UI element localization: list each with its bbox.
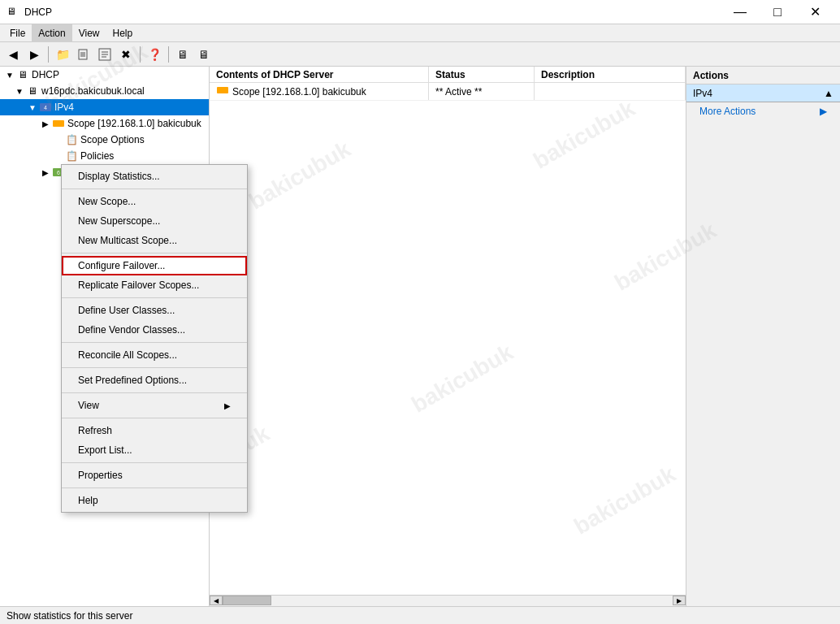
menu-file[interactable]: File (3, 24, 32, 42)
ctx-define-vendor[interactable]: Define Vendor Classes... (62, 320, 247, 340)
ctx-refresh-label: Refresh (78, 425, 112, 436)
ctx-export-list-label: Export List... (78, 444, 132, 456)
actions-ipv4-arrow: ▲ (824, 88, 834, 99)
content-row-scope[interactable]: Scope [192.168.1.0] bakicubuk ** Active … (210, 83, 686, 101)
ctx-new-multicast[interactable]: New Multicast Scope... (62, 231, 247, 250)
ctx-view-arrow: ▶ (224, 401, 231, 410)
tree-scope-node[interactable]: ▶ Scope [192.168.1.0] bakicubuk (0, 115, 209, 132)
expand-root[interactable]: ▼ (3, 71, 16, 80)
tree-root-label: DHCP (32, 69, 59, 80)
window-controls: — □ ✕ (721, 0, 834, 24)
col-description[interactable]: Description (535, 67, 686, 82)
ctx-sep-5 (62, 367, 247, 368)
content-header: Contents of DHCP Server Status Descripti… (210, 67, 686, 83)
tree-ipv4-node[interactable]: ▼ 4 IPv4 (0, 99, 209, 115)
menu-action[interactable]: Action (32, 24, 71, 42)
scrollbar-track[interactable] (223, 596, 673, 605)
ctx-sep-2 (62, 253, 247, 254)
context-menu: Display Statistics... New Scope... New S… (61, 164, 248, 513)
toolbar-sep-3 (168, 46, 169, 63)
scrollbar-thumb[interactable] (223, 596, 271, 605)
tree-root-dhcp[interactable]: ▼ 🖥 DHCP (0, 67, 209, 83)
ctx-sep-4 (62, 342, 247, 343)
ctx-display-stats-label: Display Statistics... (78, 171, 160, 182)
tree-server-label: w16pdc.bakicubuk.local (41, 85, 145, 97)
svg-text:6: 6 (57, 170, 60, 176)
expand-scope[interactable]: ▶ (39, 119, 52, 128)
close-button[interactable]: ✕ (796, 0, 834, 24)
ctx-new-scope[interactable]: New Scope... (62, 192, 247, 211)
ctx-view[interactable]: View ▶ (62, 396, 247, 415)
ctx-display-stats[interactable]: Display Statistics... (62, 167, 247, 186)
ctx-replicate-failover-label: Replicate Failover Scopes... (78, 280, 199, 291)
actions-panel: Actions IPv4 ▲ More Actions ▶ (686, 67, 840, 606)
toolbar-monitor1[interactable]: 🖥 (173, 45, 193, 64)
col-status[interactable]: Status (429, 67, 535, 82)
menu-bar: File Action View Help (0, 24, 840, 42)
toolbar-forward[interactable]: ▶ (24, 45, 44, 64)
toolbar-folder[interactable]: 📁 (53, 45, 72, 64)
ctx-refresh[interactable]: Refresh (62, 421, 247, 440)
ctx-predefined[interactable]: Set Predefined Options... (62, 370, 247, 390)
status-text: Show statistics for this server (6, 610, 132, 622)
server-icon: 🖥 (26, 84, 39, 98)
toolbar-help[interactable]: ❓ (145, 45, 164, 64)
horizontal-scrollbar[interactable]: ◀ ▶ (210, 595, 686, 606)
ctx-new-superscope[interactable]: New Superscope... (62, 211, 247, 231)
toolbar-delete[interactable]: ✖ (116, 45, 136, 64)
expand-ipv4[interactable]: ▼ (26, 103, 39, 112)
toolbar-new[interactable] (74, 45, 93, 64)
cell-scope-description (535, 83, 686, 100)
title-bar: 🖥 DHCP — □ ✕ (0, 0, 840, 24)
menu-view[interactable]: View (72, 24, 106, 42)
svg-rect-10 (53, 120, 64, 127)
tree-ipv4-label: IPv4 (54, 102, 74, 113)
ctx-replicate-failover[interactable]: Replicate Failover Scopes... (62, 275, 247, 295)
new-icon (77, 48, 90, 61)
ctx-define-user[interactable]: Define User Classes... (62, 301, 247, 320)
content-panel: Contents of DHCP Server Status Descripti… (210, 67, 686, 606)
expand-ipv6[interactable]: ▶ (39, 168, 52, 177)
ctx-predefined-label: Set Predefined Options... (78, 375, 187, 386)
scrollbar-left[interactable]: ◀ (210, 596, 223, 605)
toolbar-back[interactable]: ◀ (3, 45, 23, 64)
ipv4-icon: 4 (39, 101, 52, 114)
ctx-properties-label: Properties (78, 470, 123, 481)
toolbar-monitor2[interactable]: 🖥 (194, 45, 214, 64)
ctx-new-multicast-label: New Multicast Scope... (78, 235, 177, 246)
scrollbar-right[interactable]: ▶ (673, 596, 686, 605)
tree-scope-options[interactable]: 📋 Scope Options (0, 132, 209, 148)
scope-options-icon: 📋 (65, 133, 78, 146)
col-contents[interactable]: Contents of DHCP Server (210, 67, 429, 82)
actions-more-link[interactable]: More Actions ▶ (686, 102, 840, 120)
ctx-sep-7 (62, 418, 247, 418)
window-title: DHCP (24, 6, 721, 18)
tree-server-node[interactable]: ▼ 🖥 w16pdc.bakicubuk.local (0, 83, 209, 99)
app-icon: 🖥 (6, 6, 19, 19)
ctx-define-vendor-label: Define Vendor Classes... (78, 324, 185, 336)
svg-rect-13 (217, 87, 228, 93)
ctx-export-list[interactable]: Export List... (62, 440, 247, 460)
toolbar-sep-1 (48, 46, 49, 63)
menu-help[interactable]: Help (106, 24, 140, 42)
toolbar-properties[interactable] (95, 45, 115, 64)
ctx-sep-6 (62, 392, 247, 393)
maximize-button[interactable]: □ (759, 0, 796, 24)
cell-scope-name-text: Scope [192.168.1.0] bakicubuk (232, 86, 366, 98)
tree-policies[interactable]: 📋 Policies (0, 148, 209, 164)
ctx-reconcile-label: Reconcile All Scopes... (78, 349, 177, 361)
minimize-button[interactable]: — (721, 0, 759, 24)
tree-scope-label: Scope [192.168.1.0] bakicubuk (67, 118, 201, 129)
ctx-properties[interactable]: Properties (62, 466, 247, 485)
dhcp-root-icon: 🖥 (16, 68, 29, 81)
actions-ipv4-item[interactable]: IPv4 ▲ (686, 84, 840, 102)
ctx-help[interactable]: Help (62, 491, 247, 510)
ctx-configure-failover[interactable]: Configure Failover... (62, 256, 247, 275)
svg-text:4: 4 (44, 105, 47, 110)
expand-server[interactable]: ▼ (13, 87, 26, 96)
ctx-define-user-label: Define User Classes... (78, 305, 175, 316)
actions-ipv4-label: IPv4 (693, 88, 712, 99)
ctx-sep-3 (62, 297, 247, 298)
ctx-reconcile[interactable]: Reconcile All Scopes... (62, 345, 247, 365)
toolbar-sep-2 (140, 46, 141, 63)
